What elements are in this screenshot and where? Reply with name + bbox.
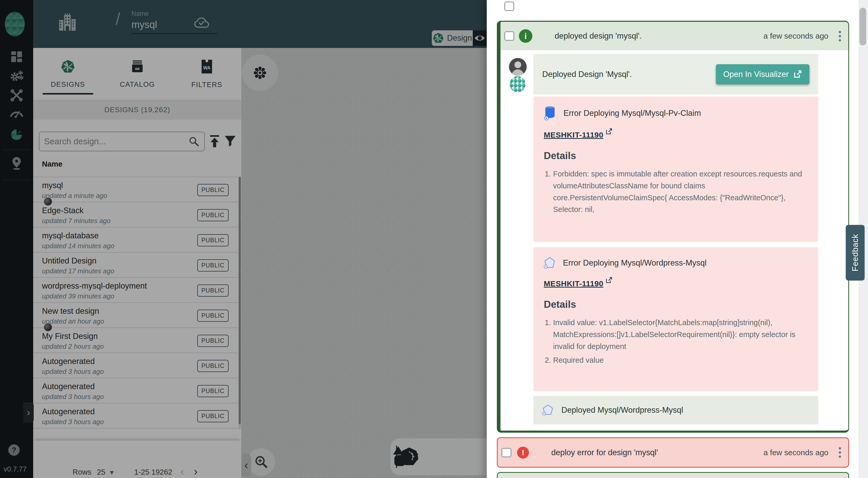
tab-design-mode[interactable]: Design <box>432 30 473 46</box>
collaborator-avatar <box>43 323 52 331</box>
user-avatar <box>509 58 527 76</box>
design-name: Autogenerated <box>42 382 95 391</box>
table-row[interactable]: mysql-database updated 14 minutes ago PU… <box>33 227 238 253</box>
design-tab-label: Design <box>447 33 472 43</box>
deployed-success-row: Deployed Mysql/Wordpress-Mysql <box>533 396 818 424</box>
table-row[interactable]: wordpress-mysql-deployment updated 39 mi… <box>33 278 238 303</box>
notification-card-error[interactable]: ! deploy error for design 'mysql' a few … <box>497 437 849 468</box>
table-row[interactable]: Autogenerated updated 3 hours ago PUBLIC <box>33 403 238 428</box>
tab-designs[interactable]: DESIGNS <box>33 48 103 100</box>
table-row[interactable]: Autogenerated updated 3 hours ago PUBLIC <box>33 378 238 403</box>
notification-title: deployed design 'mysql'. <box>555 31 642 41</box>
table-row[interactable]: My First Design updated 2 hours ago PUBL… <box>33 328 238 353</box>
collaborator-avatar <box>43 197 52 206</box>
notification-card-success: i deployed design 'mysql'. a few seconds… <box>497 21 849 433</box>
visibility-badge: PUBLIC <box>197 310 228 322</box>
rows-label: Rows <box>72 468 92 476</box>
design-updated: updated 7 minutes ago <box>42 217 111 225</box>
sidebar-item-kanvas[interactable] <box>0 155 33 172</box>
design-canvas[interactable] <box>241 48 487 478</box>
error-panel-wordpress-mysql: Error Deploying Mysql/Wordpress-Mysql ME… <box>533 247 818 391</box>
sidebar-item-extensions[interactable] <box>0 126 33 143</box>
eye-icon <box>474 34 486 42</box>
external-link-icon <box>606 277 613 284</box>
sidebar-divider <box>2 180 31 180</box>
visibility-badge: PUBLIC <box>197 410 228 422</box>
tab-filters[interactable]: WA FILTERS <box>172 48 242 100</box>
open-in-visualizer-button[interactable]: Open In Visualizer <box>716 64 809 85</box>
design-name-label: Name <box>131 10 149 18</box>
error-icon: ! <box>517 447 529 458</box>
design-search-input[interactable] <box>44 136 188 147</box>
funnel-icon <box>224 135 236 148</box>
notification-card-partial[interactable] <box>497 472 849 478</box>
meshkit-link[interactable]: MESHKIT-11190 <box>544 131 603 139</box>
deployment-pentagon-icon <box>544 256 556 269</box>
rows-per-page-caret-icon[interactable]: ▾ <box>110 468 114 477</box>
sidebar-expand-handle[interactable]: › <box>23 402 34 422</box>
table-row[interactable]: Untitled Design updated 17 minutes ago P… <box>33 253 238 278</box>
panel-collapse-handle[interactable]: ‹ <box>241 454 251 476</box>
import-design-button[interactable] <box>208 133 221 149</box>
deploy-summary-bar: Deployed Design 'Mysql'. Open In Visuali… <box>533 54 818 95</box>
deployment-pentagon-icon <box>542 404 554 416</box>
table-row[interactable]: mysql updated a minute ago PUBLIC <box>33 177 238 202</box>
select-all-checkbox[interactable] <box>504 2 514 11</box>
next-page-button[interactable]: › <box>194 465 197 478</box>
sidebar-item-dashboard[interactable] <box>0 48 33 65</box>
prev-page-button[interactable]: ‹ <box>180 465 184 478</box>
table-row[interactable]: Autogenerated updated 3 hours ago PUBLIC <box>33 353 238 378</box>
tab-catalog[interactable]: CATALOG <box>103 48 172 100</box>
organization-icon[interactable] <box>58 12 76 32</box>
design-updated: updated a minute ago <box>42 192 107 200</box>
sidebar-item-settings[interactable] <box>0 68 33 85</box>
dashboard-icon <box>11 51 23 63</box>
design-updated: updated 2 hours ago <box>42 343 104 351</box>
meshery-logo[interactable] <box>4 11 26 37</box>
notification-checkbox[interactable] <box>501 448 512 457</box>
visibility-badge: PUBLIC <box>197 360 228 372</box>
error-detail-list: Invalid value: v1.LabelSelector{MatchLab… <box>544 317 806 367</box>
shapes-button[interactable] <box>390 444 413 469</box>
error-detail-item: Forbidden: spec is immutable after creat… <box>553 168 806 216</box>
meshery-app: / Name Design <box>0 0 868 478</box>
meshkit-link[interactable]: MESHKIT-11190 <box>544 279 603 288</box>
meshery-avatar <box>509 76 526 92</box>
kebab-menu-icon[interactable] <box>839 31 841 41</box>
notification-checkbox[interactable] <box>504 31 514 41</box>
tools-icon <box>10 89 23 101</box>
filter-list-button[interactable] <box>224 133 237 149</box>
drawer-scrollbar-thumb[interactable] <box>860 8 866 45</box>
design-search-box <box>39 132 205 151</box>
tab-visualize-mode[interactable] <box>473 30 487 46</box>
list-scrollbar-thumb[interactable] <box>239 177 241 424</box>
design-name: Edge-Stack <box>42 206 84 215</box>
search-icon[interactable] <box>188 136 199 147</box>
svg-text:WA: WA <box>203 65 211 70</box>
breadcrumb-slash: / <box>116 9 120 29</box>
meshery-design-icon <box>433 32 444 44</box>
sidebar-item-performance[interactable] <box>0 105 33 122</box>
error-detail-item: Invalid value: v1.LabelSelector{MatchLab… <box>553 317 806 352</box>
notification-drawer: i deployed design 'mysql'. a few seconds… <box>487 0 868 478</box>
zoom-in-button[interactable] <box>248 448 275 476</box>
table-row[interactable]: New test design updated an hour ago PUBL… <box>33 303 238 328</box>
visibility-badge: PUBLIC <box>197 184 228 196</box>
sidebar-item-toolbox[interactable] <box>0 87 33 104</box>
table-row[interactable]: Edge-Stack updated 7 minutes ago PUBLIC <box>33 202 238 227</box>
canvas-settings-button[interactable] <box>242 55 278 91</box>
help-button[interactable]: ? <box>8 444 20 456</box>
kebab-menu-icon[interactable] <box>839 447 841 458</box>
rows-per-page-select[interactable]: 25 <box>97 468 105 476</box>
design-name: Untitled Design <box>42 256 96 265</box>
notification-header[interactable]: i deployed design 'mysql'. a few seconds… <box>500 22 848 50</box>
notification-timestamp: a few seconds ago <box>764 32 828 40</box>
design-name: mysql-database <box>42 231 99 241</box>
canvas-toolbar <box>390 438 487 475</box>
notification-timestamp: a few seconds ago <box>764 448 828 457</box>
feedback-tab[interactable]: Feedback <box>846 225 865 281</box>
error-detail-list: Forbidden: spec is immutable after creat… <box>544 168 806 216</box>
design-name: My First Design <box>42 331 98 341</box>
external-link-icon <box>606 128 613 135</box>
design-name: wordpress-mysql-deployment <box>42 281 147 291</box>
